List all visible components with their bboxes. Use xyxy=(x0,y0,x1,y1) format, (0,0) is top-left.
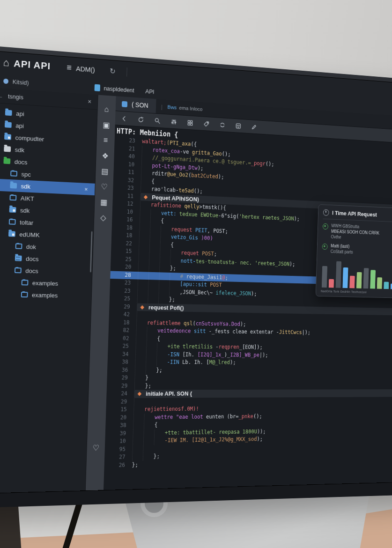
indent-guide xyxy=(135,366,146,374)
indent-guide xyxy=(141,169,152,178)
line-number[interactable]: 25 xyxy=(110,295,137,303)
line-number[interactable]: 10 xyxy=(105,437,133,446)
line-number[interactable]: 02 xyxy=(108,334,136,343)
line-number[interactable]: 24 xyxy=(106,390,134,398)
code-token: { xyxy=(151,178,155,185)
grid-icon[interactable] xyxy=(186,118,194,126)
refresh-icon[interactable]: ↻ xyxy=(110,67,116,75)
line-number[interactable]: 22 xyxy=(111,239,139,248)
sidebar-item-examples[interactable]: examples xyxy=(0,288,91,302)
hamburger-menu-icon[interactable]: ≡ xyxy=(67,62,72,73)
app-title: API API xyxy=(14,58,51,72)
tree-item-label: api xyxy=(16,110,24,117)
line-number[interactable]: 29 xyxy=(107,382,134,390)
app-home-icon[interactable]: ⌂ xyxy=(3,57,9,69)
indent-guide xyxy=(140,208,150,217)
sliders-icon[interactable] xyxy=(170,118,178,126)
back-icon[interactable]: ← xyxy=(0,91,4,100)
code-editor[interactable]: 23waltart;(PTI_axa({21rotex_coa-ve gritt… xyxy=(104,136,392,490)
line-number[interactable]: 26 xyxy=(104,461,132,469)
code-token: +ite tlretiliis xyxy=(167,343,215,351)
indent-guide xyxy=(143,429,154,437)
tag-icon[interactable] xyxy=(203,120,210,128)
code-line[interactable]: 36}; xyxy=(107,366,392,375)
line-number[interactable]: 29 xyxy=(107,374,134,382)
refresh-icon[interactable] xyxy=(137,115,145,123)
indent-guide xyxy=(143,453,154,461)
line-number[interactable]: 82 xyxy=(109,326,136,335)
code-line[interactable]: 29} xyxy=(107,374,392,382)
menu-icon[interactable]: ≡ xyxy=(96,132,115,148)
tab-hint-blue: Bws xyxy=(167,104,177,111)
face-icon[interactable] xyxy=(235,122,242,130)
indent-guide xyxy=(150,217,161,225)
file-tab-api[interactable]: API xyxy=(145,88,154,95)
line-number[interactable]: 23 xyxy=(110,279,138,287)
line-number[interactable]: 39 xyxy=(105,430,133,438)
line-number[interactable]: 18 xyxy=(111,231,139,240)
line-number[interactable]: 38 xyxy=(107,358,135,366)
line-number[interactable]: 20 xyxy=(106,414,133,422)
line-number[interactable]: 20 xyxy=(111,263,138,272)
tree-item-close-icon[interactable]: × xyxy=(84,185,88,193)
project-label[interactable]: Kitsid) xyxy=(13,78,29,86)
folder-icon xyxy=(5,110,12,116)
indent-guide xyxy=(144,421,155,429)
code-section-header[interactable]: 24◆initiale API. SON { xyxy=(106,389,392,398)
code-token: }; xyxy=(169,296,175,304)
sidebar-close-icon[interactable]: × xyxy=(88,98,91,105)
line-number[interactable]: 25 xyxy=(111,255,138,264)
editor-tab[interactable]: ( SON xyxy=(116,96,156,113)
line-number[interactable]: 18 xyxy=(112,223,140,232)
pencil-icon[interactable] xyxy=(251,123,258,131)
line-number[interactable]: 29 xyxy=(109,303,137,311)
chart-x-labels: NadOrta Tork Gedrtin Testhos|yui xyxy=(321,289,392,295)
line-number[interactable]: 23 xyxy=(110,287,137,295)
indent-guide xyxy=(148,280,159,288)
line-number[interactable]: 29 xyxy=(106,398,134,406)
code-token: qelly xyxy=(184,202,200,211)
code-token: )); xyxy=(257,428,266,436)
hexagon-icon[interactable]: ◇ xyxy=(94,209,112,225)
indent-guide xyxy=(132,453,143,461)
indent-guide xyxy=(158,288,169,296)
code-token: ); xyxy=(240,320,246,328)
line-number[interactable]: 95 xyxy=(104,445,133,454)
indent-guide xyxy=(140,216,150,225)
fold-section-band[interactable]: ◆initiale API. SON { xyxy=(134,389,392,398)
line-number[interactable]: 27 xyxy=(104,453,133,461)
indent-guide xyxy=(139,240,149,248)
search-icon[interactable] xyxy=(154,117,161,125)
line-number[interactable]: 15 xyxy=(111,247,139,256)
line-number[interactable]: 25 xyxy=(108,342,135,350)
line-number[interactable]: 18 xyxy=(109,318,136,327)
line-number[interactable]: 28 xyxy=(110,271,138,279)
indent-guide xyxy=(141,185,151,193)
tree-item-label: AIKT xyxy=(21,194,34,202)
cycle-icon[interactable] xyxy=(219,121,226,129)
qr-icon[interactable]: ▦ xyxy=(95,194,113,210)
indent-guide xyxy=(154,437,164,445)
file-tab[interactable]: naspldedent API xyxy=(95,84,155,95)
indent-guide xyxy=(141,153,152,162)
line-number[interactable]: 15 xyxy=(106,406,133,414)
folder-icon xyxy=(10,170,17,177)
favorites-icon[interactable]: ♡ xyxy=(95,178,113,195)
home-icon[interactable]: ⌂ xyxy=(97,101,116,118)
calendar-icon[interactable]: ▣ xyxy=(97,117,115,133)
code-token: qsl xyxy=(184,319,193,327)
card-icon[interactable]: ▤ xyxy=(96,163,114,179)
commit-graph-icon[interactable]: ❖ xyxy=(96,148,114,164)
line-number[interactable]: 36 xyxy=(107,366,135,374)
code-line[interactable]: 29}; xyxy=(107,382,392,390)
menu-label[interactable]: ADM() xyxy=(76,64,95,74)
heart-bracket-icon[interactable]: ♡ xyxy=(87,443,105,453)
sidebar-title: tsngis xyxy=(8,93,88,105)
back-icon[interactable] xyxy=(120,114,128,122)
tree-item-label: sdk xyxy=(20,207,30,214)
line-number[interactable]: 34 xyxy=(108,350,135,358)
code-token: sitt xyxy=(194,327,209,335)
line-number[interactable]: 38 xyxy=(105,422,133,430)
code-token: , xyxy=(207,227,213,235)
line-number[interactable]: 42 xyxy=(109,311,137,319)
